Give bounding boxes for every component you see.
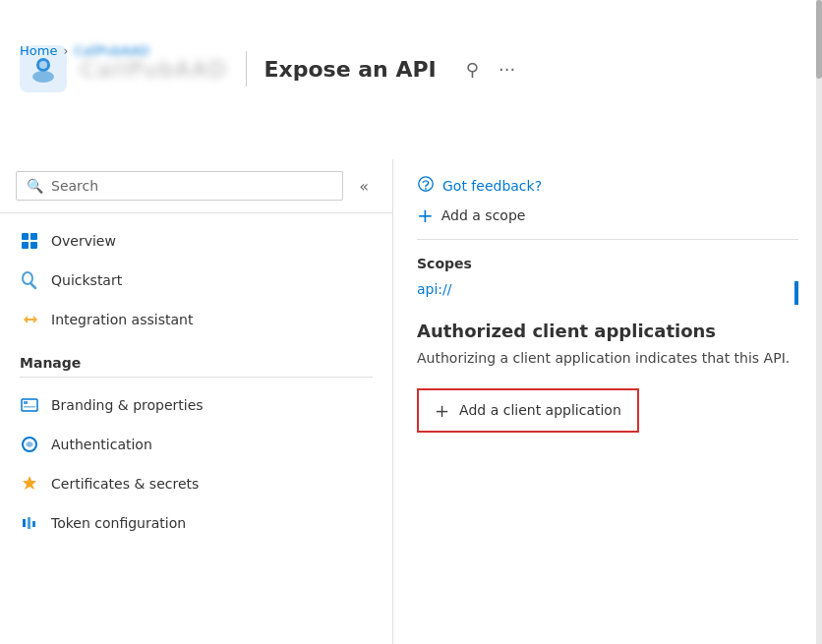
search-icon: 🔍 xyxy=(27,178,43,194)
breadcrumb-home[interactable]: Home xyxy=(20,43,57,58)
sidebar-item-token[interactable]: Token configuration xyxy=(0,503,392,543)
scopes-section: Scopes api:// xyxy=(417,256,798,297)
authorized-desc: Authorizing a client application indicat… xyxy=(417,349,798,369)
authentication-icon xyxy=(20,435,39,454)
sidebar-item-token-label: Token configuration xyxy=(51,515,186,531)
svg-rect-4 xyxy=(30,233,37,240)
quickstart-icon xyxy=(20,270,39,290)
sidebar-item-branding-label: Branding & properties xyxy=(51,397,204,413)
search-label: Search xyxy=(51,178,98,194)
add-client-application-button[interactable]: + Add a client application xyxy=(417,388,639,433)
pin-icon[interactable]: ⚲ xyxy=(462,55,483,84)
scope-selected-bar xyxy=(794,281,798,305)
main-layout: 🔍 Search « Overview xyxy=(0,159,822,644)
add-client-plus-icon: + xyxy=(435,400,449,421)
sidebar-item-quickstart[interactable]: Quickstart xyxy=(0,261,392,300)
authorized-section: Authorized client applications Authorizi… xyxy=(417,321,798,433)
manage-section-label: Manage xyxy=(0,339,392,377)
add-scope-label: Add a scope xyxy=(441,207,526,223)
sidebar-item-integration[interactable]: Integration assistant xyxy=(0,300,392,339)
feedback-link[interactable]: Got feedback? xyxy=(417,175,798,196)
add-client-label: Add a client application xyxy=(459,402,621,418)
sidebar-item-authentication[interactable]: Authentication xyxy=(0,425,392,464)
app-name: CallPubAAD xyxy=(81,57,228,82)
svg-rect-3 xyxy=(22,233,29,240)
svg-point-2 xyxy=(39,61,47,69)
manage-divider xyxy=(20,377,373,378)
header-actions: ⚲ ··· xyxy=(462,55,519,84)
svg-rect-10 xyxy=(24,406,35,408)
search-box[interactable]: 🔍 Search xyxy=(16,171,343,201)
svg-rect-13 xyxy=(28,517,30,529)
sidebar-item-branding[interactable]: Branding & properties xyxy=(0,385,392,425)
sidebar: 🔍 Search « Overview xyxy=(0,159,393,644)
feedback-label: Got feedback? xyxy=(442,178,542,194)
page-title: Expose an API xyxy=(264,57,437,82)
scopes-title: Scopes xyxy=(417,256,798,271)
sidebar-item-certificates-label: Certificates & secrets xyxy=(51,476,199,492)
token-icon xyxy=(20,513,39,533)
scope-row: api:// xyxy=(417,281,798,297)
svg-rect-9 xyxy=(24,401,28,404)
svg-rect-8 xyxy=(22,399,37,411)
feedback-icon xyxy=(417,175,435,196)
sidebar-item-quickstart-label: Quickstart xyxy=(51,272,122,288)
certificates-icon xyxy=(20,474,39,494)
sidebar-item-auth-label: Authentication xyxy=(51,437,152,452)
branding-icon xyxy=(20,395,39,415)
svg-rect-14 xyxy=(32,521,35,527)
header-divider xyxy=(246,51,247,87)
svg-rect-6 xyxy=(30,242,37,249)
svg-rect-12 xyxy=(23,519,26,527)
more-options-icon[interactable]: ··· xyxy=(495,55,519,84)
integration-icon xyxy=(20,310,39,329)
sidebar-nav: Overview Quickstart I xyxy=(0,213,392,644)
overview-icon xyxy=(20,231,39,251)
add-scope-icon: + xyxy=(417,204,434,227)
svg-point-7 xyxy=(23,272,32,284)
add-scope-link[interactable]: + Add a scope xyxy=(417,204,798,240)
sidebar-item-integration-label: Integration assistant xyxy=(51,312,193,327)
svg-point-1 xyxy=(32,71,54,83)
scope-value[interactable]: api:// xyxy=(417,281,452,297)
svg-point-16 xyxy=(425,188,427,190)
svg-rect-5 xyxy=(22,242,29,249)
authorized-title: Authorized client applications xyxy=(417,321,798,341)
sidebar-item-certificates[interactable]: Certificates & secrets xyxy=(0,464,392,503)
sidebar-item-overview[interactable]: Overview xyxy=(0,221,392,261)
sidebar-item-overview-label: Overview xyxy=(51,233,116,249)
app-header: CallPubAAD Expose an API ⚲ ··· xyxy=(0,31,822,102)
search-container: 🔍 Search « xyxy=(0,159,392,213)
collapse-sidebar-button[interactable]: « xyxy=(351,173,377,200)
content-area: Got feedback? + Add a scope Scopes api:/… xyxy=(393,159,822,644)
breadcrumb-separator: › xyxy=(63,44,68,58)
